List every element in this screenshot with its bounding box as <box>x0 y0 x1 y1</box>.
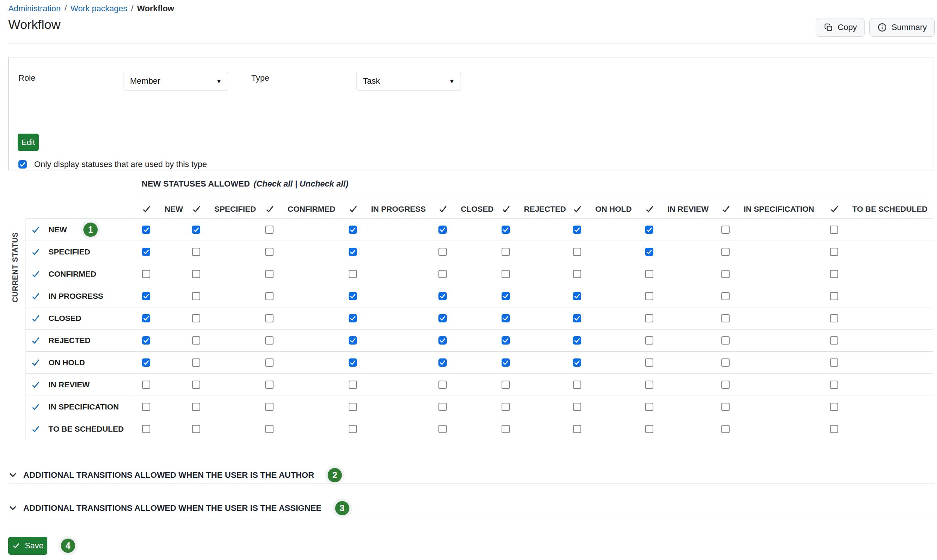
breadcrumb-link-work-packages[interactable]: Work packages <box>71 4 127 14</box>
matrix-checkbox-unchecked[interactable] <box>438 403 447 411</box>
matrix-checkbox-checked[interactable] <box>573 292 581 300</box>
matrix-checkbox-unchecked[interactable] <box>438 425 447 433</box>
matrix-checkbox-checked[interactable] <box>438 358 447 367</box>
matrix-checkbox-checked[interactable] <box>573 314 581 322</box>
matrix-checkbox-checked[interactable] <box>438 336 447 345</box>
matrix-checkbox-unchecked[interactable] <box>142 403 150 411</box>
matrix-checkbox-checked[interactable] <box>349 248 357 256</box>
matrix-checkbox-unchecked[interactable] <box>645 270 653 278</box>
matrix-checkbox-unchecked[interactable] <box>192 381 200 389</box>
matrix-checkbox-checked[interactable] <box>142 314 150 322</box>
role-select[interactable]: Member ▼ <box>123 72 228 91</box>
matrix-checkbox-checked[interactable] <box>142 248 150 256</box>
matrix-checkbox-checked[interactable] <box>438 226 447 234</box>
matrix-checkbox-unchecked[interactable] <box>349 381 357 389</box>
matrix-checkbox-unchecked[interactable] <box>645 358 653 367</box>
matrix-checkbox-checked[interactable] <box>142 336 150 345</box>
matrix-checkbox-checked[interactable] <box>438 292 447 300</box>
matrix-checkbox-unchecked[interactable] <box>830 358 838 367</box>
matrix-checkbox-unchecked[interactable] <box>142 425 150 433</box>
matrix-checkbox-checked[interactable] <box>502 226 510 234</box>
matrix-checkbox-unchecked[interactable] <box>265 358 273 367</box>
matrix-checkbox-checked[interactable] <box>349 358 357 367</box>
matrix-checkbox-unchecked[interactable] <box>721 248 730 256</box>
matrix-checkbox-unchecked[interactable] <box>721 336 730 345</box>
matrix-checkbox-unchecked[interactable] <box>438 248 447 256</box>
matrix-checkbox-checked[interactable] <box>645 248 653 256</box>
matrix-checkbox-unchecked[interactable] <box>265 248 273 256</box>
matrix-checkbox-unchecked[interactable] <box>349 425 357 433</box>
matrix-checkbox-unchecked[interactable] <box>265 314 273 322</box>
matrix-checkbox-checked[interactable] <box>349 226 357 234</box>
matrix-checkbox-checked[interactable] <box>502 358 510 367</box>
matrix-checkbox-unchecked[interactable] <box>830 226 838 234</box>
matrix-checkbox-unchecked[interactable] <box>645 403 653 411</box>
edit-button[interactable]: Edit <box>18 134 39 151</box>
matrix-checkbox-unchecked[interactable] <box>721 226 730 234</box>
matrix-checkbox-checked[interactable] <box>142 358 150 367</box>
matrix-checkbox-checked[interactable] <box>349 336 357 345</box>
matrix-checkbox-unchecked[interactable] <box>573 403 581 411</box>
matrix-checkbox-unchecked[interactable] <box>502 381 510 389</box>
matrix-checkbox-unchecked[interactable] <box>721 358 730 367</box>
matrix-checkbox-unchecked[interactable] <box>349 270 357 278</box>
matrix-checkbox-unchecked[interactable] <box>721 314 730 322</box>
only-display-checkbox[interactable] <box>19 160 27 169</box>
matrix-checkbox-unchecked[interactable] <box>438 381 447 389</box>
matrix-checkbox-unchecked[interactable] <box>573 270 581 278</box>
matrix-checkbox-unchecked[interactable] <box>502 248 510 256</box>
matrix-checkbox-unchecked[interactable] <box>192 314 200 322</box>
matrix-checkbox-unchecked[interactable] <box>573 248 581 256</box>
matrix-checkbox-unchecked[interactable] <box>573 425 581 433</box>
matrix-checkbox-unchecked[interactable] <box>830 270 838 278</box>
matrix-checkbox-unchecked[interactable] <box>265 425 273 433</box>
matrix-checkbox-checked[interactable] <box>502 314 510 322</box>
matrix-checkbox-unchecked[interactable] <box>265 336 273 345</box>
matrix-checkbox-unchecked[interactable] <box>192 403 200 411</box>
matrix-checkbox-checked[interactable] <box>573 358 581 367</box>
matrix-checkbox-checked[interactable] <box>142 226 150 234</box>
matrix-checkbox-unchecked[interactable] <box>645 425 653 433</box>
matrix-checkbox-checked[interactable] <box>349 314 357 322</box>
check-all-link[interactable]: Check all <box>256 179 293 188</box>
matrix-checkbox-unchecked[interactable] <box>830 403 838 411</box>
matrix-checkbox-unchecked[interactable] <box>142 381 150 389</box>
matrix-checkbox-unchecked[interactable] <box>142 270 150 278</box>
matrix-checkbox-unchecked[interactable] <box>265 270 273 278</box>
matrix-checkbox-unchecked[interactable] <box>721 381 730 389</box>
matrix-checkbox-unchecked[interactable] <box>192 425 200 433</box>
matrix-checkbox-checked[interactable] <box>142 292 150 300</box>
matrix-checkbox-unchecked[interactable] <box>721 270 730 278</box>
matrix-checkbox-unchecked[interactable] <box>645 292 653 300</box>
matrix-checkbox-unchecked[interactable] <box>830 248 838 256</box>
matrix-checkbox-unchecked[interactable] <box>192 270 200 278</box>
matrix-checkbox-unchecked[interactable] <box>830 314 838 322</box>
matrix-checkbox-checked[interactable] <box>192 226 200 234</box>
matrix-checkbox-unchecked[interactable] <box>830 381 838 389</box>
type-select[interactable]: Task ▼ <box>357 72 461 91</box>
matrix-checkbox-unchecked[interactable] <box>192 292 200 300</box>
matrix-checkbox-unchecked[interactable] <box>192 336 200 345</box>
matrix-checkbox-unchecked[interactable] <box>265 292 273 300</box>
matrix-checkbox-checked[interactable] <box>438 314 447 322</box>
matrix-checkbox-unchecked[interactable] <box>645 314 653 322</box>
matrix-checkbox-checked[interactable] <box>645 226 653 234</box>
matrix-checkbox-unchecked[interactable] <box>265 403 273 411</box>
matrix-checkbox-unchecked[interactable] <box>349 403 357 411</box>
matrix-checkbox-unchecked[interactable] <box>645 336 653 345</box>
matrix-checkbox-checked[interactable] <box>573 336 581 345</box>
matrix-checkbox-unchecked[interactable] <box>502 270 510 278</box>
matrix-checkbox-unchecked[interactable] <box>573 381 581 389</box>
matrix-checkbox-unchecked[interactable] <box>265 226 273 234</box>
summary-button[interactable]: Summary <box>869 18 935 37</box>
matrix-checkbox-unchecked[interactable] <box>721 403 730 411</box>
matrix-checkbox-unchecked[interactable] <box>192 358 200 367</box>
matrix-checkbox-unchecked[interactable] <box>721 292 730 300</box>
matrix-checkbox-unchecked[interactable] <box>721 425 730 433</box>
matrix-checkbox-unchecked[interactable] <box>645 381 653 389</box>
matrix-checkbox-unchecked[interactable] <box>502 425 510 433</box>
matrix-checkbox-unchecked[interactable] <box>502 403 510 411</box>
matrix-checkbox-checked[interactable] <box>573 226 581 234</box>
uncheck-all-link[interactable]: Uncheck all <box>299 179 345 188</box>
matrix-checkbox-checked[interactable] <box>349 292 357 300</box>
